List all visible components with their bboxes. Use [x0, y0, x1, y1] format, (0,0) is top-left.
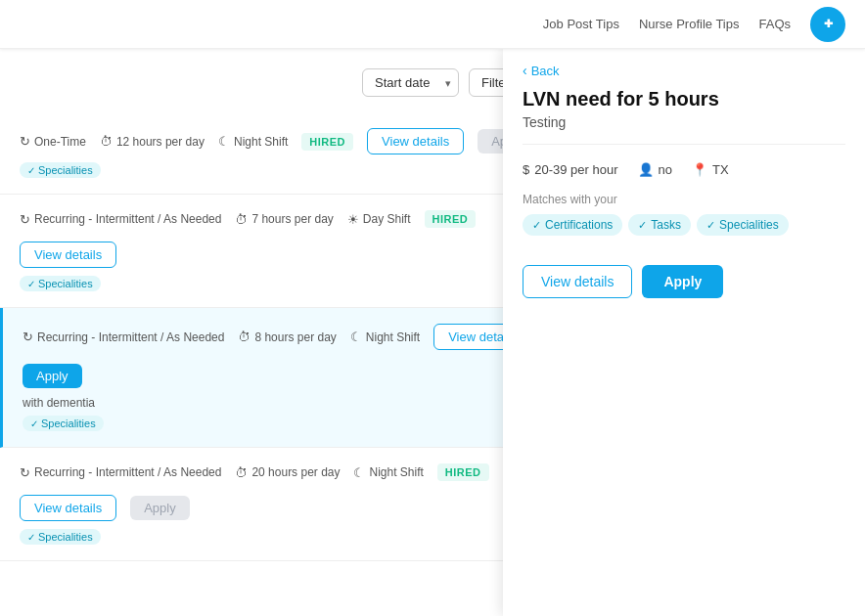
schedule-text: Recurring - Intermittent / As Needed: [37, 330, 224, 344]
hours-item: ⏱ 20 hours per day: [235, 465, 340, 480]
job-card: ↻ Recurring - Intermittent / As Needed ⏱…: [0, 448, 558, 561]
nurse-profile-tips-link[interactable]: Nurse Profile Tips: [639, 17, 740, 31]
logo-icon: ✚: [824, 18, 833, 30]
detail-actions-row: View details Apply: [503, 255, 865, 308]
shift-icon: ☀: [347, 212, 359, 227]
recurring-icon: ↻: [20, 465, 30, 480]
workers-item: 👤 no: [638, 162, 672, 177]
start-date-wrapper: Start date: [362, 68, 459, 97]
main-content: Start date Filter ↻ One-Time ⏱ 12 hours …: [0, 49, 865, 616]
detail-job-subtitle: Testing: [503, 114, 865, 144]
hours-text: 7 hours per day: [251, 212, 333, 226]
recurring-icon: ↻: [23, 330, 33, 344]
filters-row: Start date Filter: [0, 68, 558, 112]
specialities-tag: Specialities: [20, 529, 101, 545]
app-logo[interactable]: ✚: [810, 7, 845, 42]
divider: [523, 144, 845, 145]
job-meta: ↻ Recurring - Intermittent / As Needed ⏱…: [20, 210, 538, 268]
job-card: ↻ Recurring - Intermittent / As Needed ⏱…: [0, 195, 558, 308]
hours-item: ⏱ 7 hours per day: [235, 212, 333, 227]
job-tags: Specialities: [20, 276, 538, 291]
shift-text: Night Shift: [366, 330, 420, 344]
clock-icon: ⏱: [100, 134, 113, 149]
job-meta: ↻ One-Time ⏱ 12 hours per day ☾ Night Sh…: [20, 128, 538, 154]
workers-icon: 👤: [638, 162, 654, 177]
clock-icon: ⏱: [235, 212, 248, 227]
shift-icon: ☾: [218, 134, 230, 149]
job-card: ↻ One-Time ⏱ 12 hours per day ☾ Night Sh…: [0, 112, 558, 195]
hours-item: ⏱ 8 hours per day: [238, 330, 336, 344]
job-post-tips-link[interactable]: Job Post Tips: [543, 17, 619, 31]
location-item: 📍 TX: [692, 162, 729, 177]
back-arrow-icon: ‹: [523, 63, 527, 78]
job-tags: Specialities: [23, 416, 538, 431]
specialities-tag: Specialities: [20, 162, 101, 178]
shift-text: Night Shift: [369, 465, 423, 479]
hired-badge: HIRED: [425, 210, 477, 228]
schedule-item: ↻ Recurring - Intermittent / As Needed: [20, 212, 221, 227]
location-icon: 📍: [692, 162, 707, 177]
shift-icon: ☾: [353, 465, 365, 480]
shift-item: ☾ Night Shift: [350, 330, 420, 344]
shift-item: ☾ Night Shift: [353, 465, 423, 480]
shift-text: Day Shift: [363, 212, 411, 226]
apply-button[interactable]: Apply: [23, 364, 82, 388]
view-details-button[interactable]: View details: [367, 128, 464, 154]
workers-text: no: [659, 162, 672, 177]
hours-text: 12 hours per day: [116, 135, 205, 149]
hours-text: 20 hours per day: [251, 465, 340, 479]
back-label: Back: [531, 64, 560, 78]
shift-icon: ☾: [350, 330, 362, 344]
specialities-tag: Specialities: [23, 416, 104, 431]
start-date-select[interactable]: Start date: [362, 68, 459, 97]
schedule-text: Recurring - Intermittent / As Needed: [34, 212, 221, 226]
schedule-item: ↻ One-Time: [20, 134, 86, 149]
job-tags: Specialities: [20, 529, 538, 545]
certifications-match-tag: Certifications: [523, 214, 622, 236]
matches-label: Matches with your: [503, 193, 865, 214]
job-card: ↻ Recurring - Intermittent / As Needed ⏱…: [0, 308, 558, 448]
wage-text: 20-39 per hour: [534, 162, 617, 177]
header: Job Post Tips Nurse Profile Tips FAQs ✚: [0, 0, 865, 49]
clock-icon: ⏱: [235, 465, 248, 480]
hours-text: 8 hours per day: [254, 330, 336, 344]
detail-info-row: $ 20-39 per hour 👤 no 📍 TX: [503, 162, 865, 193]
detail-view-details-button[interactable]: View details: [523, 265, 632, 298]
hired-badge: HIRED: [437, 463, 489, 481]
shift-item: ☾ Night Shift: [218, 134, 288, 149]
schedule-item: ↻ Recurring - Intermittent / As Needed: [23, 330, 224, 344]
job-subtitle-text: with dementia: [23, 396, 538, 410]
back-button[interactable]: ‹ Back: [503, 49, 865, 78]
job-meta: ↻ Recurring - Intermittent / As Needed ⏱…: [20, 463, 538, 521]
shift-text: Night Shift: [234, 135, 288, 149]
schedule-text: One-Time: [34, 135, 86, 149]
detail-apply-button[interactable]: Apply: [642, 265, 723, 298]
money-icon: $: [523, 162, 529, 177]
job-list-panel: Start date Filter ↻ One-Time ⏱ 12 hours …: [0, 49, 558, 616]
shift-item: ☀ Day Shift: [347, 212, 411, 227]
header-nav: Job Post Tips Nurse Profile Tips FAQs ✚: [543, 7, 845, 42]
matches-row: Certifications Tasks Specialities: [503, 214, 865, 255]
specialities-match-tag: Specialities: [697, 214, 789, 236]
wage-item: $ 20-39 per hour: [523, 162, 618, 177]
hours-item: ⏱ 12 hours per day: [100, 134, 205, 149]
recurring-icon: ↻: [20, 212, 30, 227]
tasks-match-tag: Tasks: [628, 214, 691, 236]
specialities-tag: Specialities: [20, 276, 101, 291]
clock-icon: ⏱: [238, 330, 250, 344]
apply-button-disabled: Apply: [130, 496, 190, 520]
job-detail-panel: ‹ Back LVN need for 5 hours Testing $ 20…: [503, 49, 865, 616]
view-details-button[interactable]: View details: [20, 242, 116, 268]
hired-badge: HIRED: [301, 133, 353, 151]
faqs-link[interactable]: FAQs: [758, 17, 791, 31]
detail-job-title: LVN need for 5 hours: [503, 78, 865, 114]
view-details-button[interactable]: View details: [20, 495, 116, 521]
location-text: TX: [712, 162, 729, 177]
recurring-icon: ↻: [20, 134, 30, 149]
schedule-text: Recurring - Intermittent / As Needed: [34, 465, 221, 479]
job-tags: Specialities: [20, 162, 538, 178]
schedule-item: ↻ Recurring - Intermittent / As Needed: [20, 465, 221, 480]
job-meta: ↻ Recurring - Intermittent / As Needed ⏱…: [23, 324, 538, 388]
